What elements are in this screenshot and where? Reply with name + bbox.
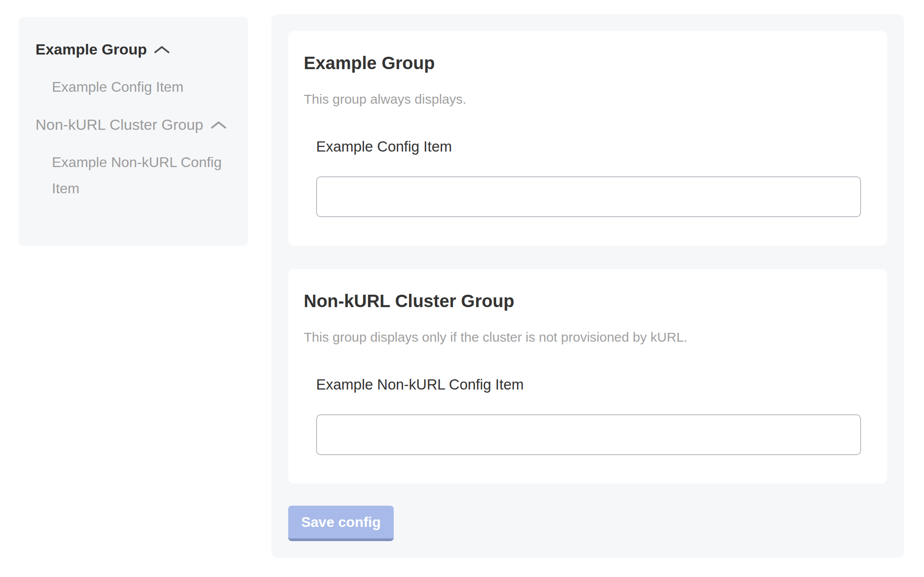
example-non-kurl-config-item-input[interactable] — [316, 414, 861, 455]
save-config-button[interactable]: Save config — [288, 506, 394, 541]
sidebar-group: Example Group Example Config Item — [35, 36, 223, 100]
config-page: Example Group Example Config Item Non-kU… — [0, 0, 924, 577]
config-panel: Example Group This group always displays… — [271, 14, 904, 558]
sidebar-group-header-non-kurl-cluster-group[interactable]: Non-kURL Cluster Group — [35, 112, 223, 138]
example-config-item-input[interactable] — [316, 176, 861, 217]
sidebar-item-example-non-kurl-config-item[interactable]: Example Non-kURL Config Item — [52, 149, 223, 202]
sidebar-group-title[interactable]: Non-kURL Cluster Group — [35, 112, 204, 138]
sidebar-item-example-config-item[interactable]: Example Config Item — [52, 74, 223, 100]
group-description: This group displays only if the cluster … — [304, 329, 861, 345]
config-item: Example Non-kURL Config Item — [316, 376, 861, 455]
chevron-up-icon[interactable] — [154, 45, 170, 54]
config-item-label: Example Config Item — [316, 138, 861, 155]
group-description: This group always displays. — [304, 91, 861, 107]
config-item: Example Config Item — [316, 138, 861, 217]
config-item-label: Example Non-kURL Config Item — [316, 376, 861, 393]
group-title: Example Group — [304, 53, 861, 73]
config-sidebar: Example Group Example Config Item Non-kU… — [19, 17, 248, 246]
sidebar-group: Non-kURL Cluster Group Example Non-kURL … — [35, 112, 223, 202]
chevron-up-icon[interactable] — [211, 121, 227, 129]
config-group-card-example-group: Example Group This group always displays… — [288, 31, 887, 246]
sidebar-group-title[interactable]: Example Group — [35, 36, 147, 62]
sidebar-group-header-example-group[interactable]: Example Group — [35, 36, 223, 62]
config-group-card-non-kurl-cluster-group: Non-kURL Cluster Group This group displa… — [288, 269, 887, 483]
group-title: Non-kURL Cluster Group — [304, 291, 861, 311]
